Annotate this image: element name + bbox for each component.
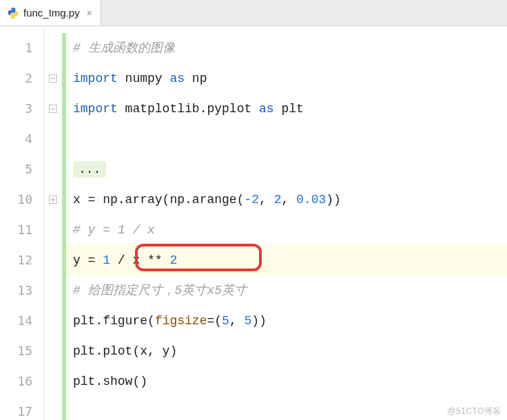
line-number: 13 <box>0 275 43 306</box>
code-area[interactable]: # 生成函数的图像 import numpy as np import matp… <box>66 26 507 420</box>
code-line[interactable] <box>66 397 507 420</box>
fold-marker <box>44 275 62 306</box>
fold-marker <box>44 124 62 154</box>
line-number: 16 <box>0 366 43 397</box>
tab-filename: func_Img.py <box>23 7 80 19</box>
code-line[interactable]: x = np.array(np.arange(-2, 2, 0.03)) <box>66 185 507 215</box>
line-number: 11 <box>0 215 43 245</box>
tab-close-icon[interactable]: × <box>84 8 95 19</box>
svg-point-1 <box>14 17 15 17</box>
file-tab[interactable]: func_Img.py × <box>0 0 101 25</box>
folded-code-line[interactable]: ... <box>66 154 507 185</box>
code-line[interactable]: import numpy as np <box>66 63 507 94</box>
line-number: 2 <box>0 63 43 94</box>
line-number: 1 <box>0 33 43 63</box>
line-number: 17 <box>0 397 43 420</box>
code-line[interactable]: plt.figure(figsize=(5, 5)) <box>66 306 507 336</box>
code-line[interactable] <box>66 124 507 154</box>
line-number: 3 <box>0 94 43 124</box>
line-number-gutter: 1 2 3 4 5 10 11 12 13 14 15 16 17 <box>0 26 44 420</box>
fold-marker <box>44 306 62 336</box>
code-line[interactable]: # 生成函数的图像 <box>66 33 507 63</box>
watermark: @51CTO博客 <box>447 406 501 417</box>
fold-marker <box>44 336 62 366</box>
fold-column <box>44 26 62 420</box>
code-line-current[interactable]: y = 1 / x ** 2 <box>66 245 507 275</box>
line-number: 14 <box>0 306 43 336</box>
line-number: 4 <box>0 124 43 154</box>
fold-marker <box>44 154 62 185</box>
code-editor[interactable]: 1 2 3 4 5 10 11 12 13 14 15 16 17 <box>0 26 507 420</box>
fold-marker <box>44 215 62 245</box>
code-line[interactable]: plt.show() <box>66 366 507 397</box>
line-number: 10 <box>0 185 43 215</box>
code-line[interactable]: plt.plot(x, y) <box>66 336 507 366</box>
code-line[interactable]: import matplotlib.pyplot as plt <box>66 94 507 124</box>
line-number: 5 <box>0 154 43 185</box>
line-number: 15 <box>0 336 43 366</box>
svg-point-0 <box>11 8 12 9</box>
fold-marker <box>44 33 62 63</box>
fold-marker <box>44 397 62 420</box>
fold-collapse-icon[interactable] <box>44 94 62 124</box>
tab-bar: func_Img.py × <box>0 0 507 26</box>
fold-marker <box>44 245 62 275</box>
code-line[interactable]: # y = 1 / x <box>66 215 507 245</box>
code-line[interactable]: # 给图指定尺寸，5英寸x5英寸 <box>66 275 507 306</box>
line-number: 12 <box>0 245 43 275</box>
fold-collapse-icon[interactable] <box>44 63 62 94</box>
fold-expand-icon[interactable] <box>44 185 62 215</box>
fold-marker <box>44 366 62 397</box>
python-file-icon <box>7 7 19 19</box>
